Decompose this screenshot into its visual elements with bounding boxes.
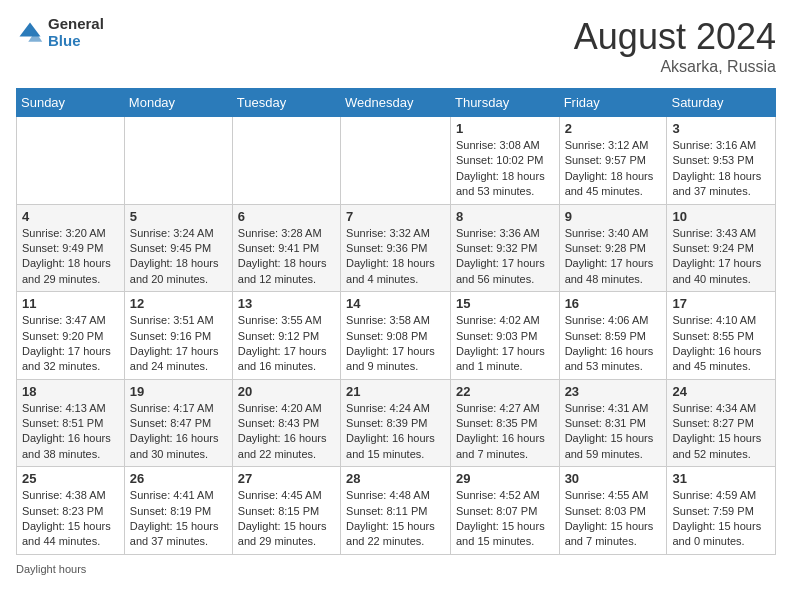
day-number: 18 <box>22 384 119 399</box>
day-info: Sunrise: 4:20 AM Sunset: 8:43 PM Dayligh… <box>238 401 335 463</box>
day-cell: 14Sunrise: 3:58 AM Sunset: 9:08 PM Dayli… <box>341 292 451 380</box>
day-cell <box>232 117 340 205</box>
day-info: Sunrise: 3:47 AM Sunset: 9:20 PM Dayligh… <box>22 313 119 375</box>
day-info: Sunrise: 3:55 AM Sunset: 9:12 PM Dayligh… <box>238 313 335 375</box>
logo-blue-text: Blue <box>48 33 104 50</box>
day-cell: 10Sunrise: 3:43 AM Sunset: 9:24 PM Dayli… <box>667 204 776 292</box>
day-number: 26 <box>130 471 227 486</box>
day-number: 1 <box>456 121 554 136</box>
day-number: 17 <box>672 296 770 311</box>
week-row-3: 11Sunrise: 3:47 AM Sunset: 9:20 PM Dayli… <box>17 292 776 380</box>
day-info: Sunrise: 3:58 AM Sunset: 9:08 PM Dayligh… <box>346 313 445 375</box>
header-cell-tuesday: Tuesday <box>232 89 340 117</box>
week-row-5: 25Sunrise: 4:38 AM Sunset: 8:23 PM Dayli… <box>17 467 776 555</box>
header-cell-sunday: Sunday <box>17 89 125 117</box>
day-number: 8 <box>456 209 554 224</box>
day-cell: 17Sunrise: 4:10 AM Sunset: 8:55 PM Dayli… <box>667 292 776 380</box>
day-info: Sunrise: 3:20 AM Sunset: 9:49 PM Dayligh… <box>22 226 119 288</box>
day-number: 21 <box>346 384 445 399</box>
week-row-1: 1Sunrise: 3:08 AM Sunset: 10:02 PM Dayli… <box>17 117 776 205</box>
day-number: 23 <box>565 384 662 399</box>
logo-icon <box>16 19 44 47</box>
day-number: 29 <box>456 471 554 486</box>
day-info: Sunrise: 4:24 AM Sunset: 8:39 PM Dayligh… <box>346 401 445 463</box>
week-row-2: 4Sunrise: 3:20 AM Sunset: 9:49 PM Daylig… <box>17 204 776 292</box>
day-info: Sunrise: 4:41 AM Sunset: 8:19 PM Dayligh… <box>130 488 227 550</box>
header-cell-thursday: Thursday <box>450 89 559 117</box>
day-cell: 23Sunrise: 4:31 AM Sunset: 8:31 PM Dayli… <box>559 379 667 467</box>
day-cell: 30Sunrise: 4:55 AM Sunset: 8:03 PM Dayli… <box>559 467 667 555</box>
day-number: 15 <box>456 296 554 311</box>
calendar-body: 1Sunrise: 3:08 AM Sunset: 10:02 PM Dayli… <box>17 117 776 555</box>
day-number: 10 <box>672 209 770 224</box>
day-cell: 26Sunrise: 4:41 AM Sunset: 8:19 PM Dayli… <box>124 467 232 555</box>
day-cell: 7Sunrise: 3:32 AM Sunset: 9:36 PM Daylig… <box>341 204 451 292</box>
day-info: Sunrise: 4:31 AM Sunset: 8:31 PM Dayligh… <box>565 401 662 463</box>
day-info: Sunrise: 4:48 AM Sunset: 8:11 PM Dayligh… <box>346 488 445 550</box>
header-cell-friday: Friday <box>559 89 667 117</box>
day-number: 20 <box>238 384 335 399</box>
day-cell: 1Sunrise: 3:08 AM Sunset: 10:02 PM Dayli… <box>450 117 559 205</box>
day-cell: 9Sunrise: 3:40 AM Sunset: 9:28 PM Daylig… <box>559 204 667 292</box>
day-number: 25 <box>22 471 119 486</box>
day-number: 7 <box>346 209 445 224</box>
day-info: Sunrise: 3:16 AM Sunset: 9:53 PM Dayligh… <box>672 138 770 200</box>
day-cell: 20Sunrise: 4:20 AM Sunset: 8:43 PM Dayli… <box>232 379 340 467</box>
location-title: Aksarka, Russia <box>574 58 776 76</box>
day-cell: 12Sunrise: 3:51 AM Sunset: 9:16 PM Dayli… <box>124 292 232 380</box>
day-cell: 15Sunrise: 4:02 AM Sunset: 9:03 PM Dayli… <box>450 292 559 380</box>
day-cell: 29Sunrise: 4:52 AM Sunset: 8:07 PM Dayli… <box>450 467 559 555</box>
day-cell <box>124 117 232 205</box>
day-info: Sunrise: 3:51 AM Sunset: 9:16 PM Dayligh… <box>130 313 227 375</box>
day-cell: 24Sunrise: 4:34 AM Sunset: 8:27 PM Dayli… <box>667 379 776 467</box>
calendar-header: SundayMondayTuesdayWednesdayThursdayFrid… <box>17 89 776 117</box>
day-cell <box>341 117 451 205</box>
day-number: 19 <box>130 384 227 399</box>
day-cell: 4Sunrise: 3:20 AM Sunset: 9:49 PM Daylig… <box>17 204 125 292</box>
day-cell: 27Sunrise: 4:45 AM Sunset: 8:15 PM Dayli… <box>232 467 340 555</box>
day-info: Sunrise: 4:45 AM Sunset: 8:15 PM Dayligh… <box>238 488 335 550</box>
day-number: 31 <box>672 471 770 486</box>
day-info: Sunrise: 4:38 AM Sunset: 8:23 PM Dayligh… <box>22 488 119 550</box>
day-cell: 5Sunrise: 3:24 AM Sunset: 9:45 PM Daylig… <box>124 204 232 292</box>
day-number: 22 <box>456 384 554 399</box>
day-info: Sunrise: 4:02 AM Sunset: 9:03 PM Dayligh… <box>456 313 554 375</box>
day-number: 11 <box>22 296 119 311</box>
day-cell <box>17 117 125 205</box>
day-info: Sunrise: 3:12 AM Sunset: 9:57 PM Dayligh… <box>565 138 662 200</box>
day-number: 4 <box>22 209 119 224</box>
header-cell-saturday: Saturday <box>667 89 776 117</box>
day-info: Sunrise: 4:59 AM Sunset: 7:59 PM Dayligh… <box>672 488 770 550</box>
page-header: General Blue August 2024 Aksarka, Russia <box>16 16 776 76</box>
day-cell: 6Sunrise: 3:28 AM Sunset: 9:41 PM Daylig… <box>232 204 340 292</box>
title-block: August 2024 Aksarka, Russia <box>574 16 776 76</box>
month-title: August 2024 <box>574 16 776 58</box>
day-number: 30 <box>565 471 662 486</box>
day-number: 27 <box>238 471 335 486</box>
day-info: Sunrise: 4:27 AM Sunset: 8:35 PM Dayligh… <box>456 401 554 463</box>
week-row-4: 18Sunrise: 4:13 AM Sunset: 8:51 PM Dayli… <box>17 379 776 467</box>
day-number: 6 <box>238 209 335 224</box>
day-cell: 11Sunrise: 3:47 AM Sunset: 9:20 PM Dayli… <box>17 292 125 380</box>
day-cell: 22Sunrise: 4:27 AM Sunset: 8:35 PM Dayli… <box>450 379 559 467</box>
logo: General Blue <box>16 16 104 49</box>
day-cell: 8Sunrise: 3:36 AM Sunset: 9:32 PM Daylig… <box>450 204 559 292</box>
day-info: Sunrise: 3:24 AM Sunset: 9:45 PM Dayligh… <box>130 226 227 288</box>
day-number: 28 <box>346 471 445 486</box>
day-cell: 19Sunrise: 4:17 AM Sunset: 8:47 PM Dayli… <box>124 379 232 467</box>
day-info: Sunrise: 3:36 AM Sunset: 9:32 PM Dayligh… <box>456 226 554 288</box>
calendar-table: SundayMondayTuesdayWednesdayThursdayFrid… <box>16 88 776 555</box>
day-number: 16 <box>565 296 662 311</box>
logo-general-text: General <box>48 16 104 33</box>
day-cell: 16Sunrise: 4:06 AM Sunset: 8:59 PM Dayli… <box>559 292 667 380</box>
day-info: Sunrise: 4:34 AM Sunset: 8:27 PM Dayligh… <box>672 401 770 463</box>
logo-text: General Blue <box>48 16 104 49</box>
day-number: 3 <box>672 121 770 136</box>
day-cell: 21Sunrise: 4:24 AM Sunset: 8:39 PM Dayli… <box>341 379 451 467</box>
day-cell: 3Sunrise: 3:16 AM Sunset: 9:53 PM Daylig… <box>667 117 776 205</box>
day-info: Sunrise: 3:08 AM Sunset: 10:02 PM Daylig… <box>456 138 554 200</box>
day-number: 9 <box>565 209 662 224</box>
day-info: Sunrise: 3:28 AM Sunset: 9:41 PM Dayligh… <box>238 226 335 288</box>
day-number: 5 <box>130 209 227 224</box>
day-info: Sunrise: 4:13 AM Sunset: 8:51 PM Dayligh… <box>22 401 119 463</box>
